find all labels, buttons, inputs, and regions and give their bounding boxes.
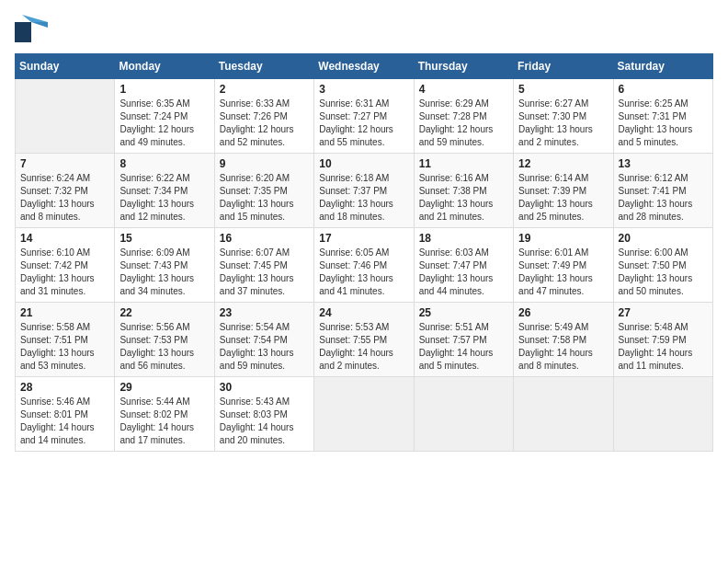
calendar-cell: 13 Sunrise: 6:12 AM Sunset: 7:41 PM Dayl… [613,154,712,228]
logo [15,15,51,42]
day-info: Sunrise: 5:54 AM Sunset: 7:54 PM Dayligh… [220,321,309,373]
calendar-cell: 5 Sunrise: 6:27 AM Sunset: 7:30 PM Dayli… [514,79,613,154]
calendar-cell: 9 Sunrise: 6:20 AM Sunset: 7:35 PM Dayli… [214,154,313,228]
calendar-cell: 12 Sunrise: 6:14 AM Sunset: 7:39 PM Dayl… [514,154,613,228]
day-number: 2 [220,83,309,96]
day-info: Sunrise: 6:18 AM Sunset: 7:37 PM Dayligh… [319,172,408,224]
calendar-cell: 4 Sunrise: 6:29 AM Sunset: 7:28 PM Dayli… [414,79,513,154]
day-info: Sunrise: 6:00 AM Sunset: 7:50 PM Dayligh… [619,247,708,298]
calendar-cell: 23 Sunrise: 5:54 AM Sunset: 7:54 PM Dayl… [214,303,313,377]
day-info: Sunrise: 6:22 AM Sunset: 7:34 PM Dayligh… [119,172,209,224]
calendar-week-row: 28 Sunrise: 5:46 AM Sunset: 8:01 PM Dayl… [16,377,713,452]
calendar-cell: 20 Sunrise: 6:00 AM Sunset: 7:50 PM Dayl… [613,228,712,303]
day-number: 12 [518,157,608,170]
calendar-cell: 15 Sunrise: 6:09 AM Sunset: 7:43 PM Dayl… [115,228,214,303]
day-info: Sunrise: 6:12 AM Sunset: 7:41 PM Dayligh… [619,172,708,224]
calendar-cell: 29 Sunrise: 5:44 AM Sunset: 8:02 PM Dayl… [115,377,214,452]
day-number: 1 [119,83,209,96]
calendar-cell: 28 Sunrise: 5:46 AM Sunset: 8:01 PM Dayl… [16,377,115,452]
page-header [15,15,713,42]
day-info: Sunrise: 5:49 AM Sunset: 7:58 PM Dayligh… [518,321,608,373]
day-number: 7 [20,157,109,170]
day-number: 20 [619,232,708,245]
calendar-cell: 25 Sunrise: 5:51 AM Sunset: 7:57 PM Dayl… [414,303,513,377]
calendar-cell [314,377,414,452]
calendar-cell: 24 Sunrise: 5:53 AM Sunset: 7:55 PM Dayl… [314,303,414,377]
weekday-header: Friday [514,54,613,79]
calendar-cell: 7 Sunrise: 6:24 AM Sunset: 7:32 PM Dayli… [16,154,115,228]
day-info: Sunrise: 5:51 AM Sunset: 7:57 PM Dayligh… [419,321,508,373]
day-info: Sunrise: 5:56 AM Sunset: 7:53 PM Dayligh… [119,321,209,373]
day-number: 29 [119,381,209,394]
calendar-cell [514,377,613,452]
day-number: 28 [20,381,109,394]
calendar-cell [414,377,513,452]
day-info: Sunrise: 5:58 AM Sunset: 7:51 PM Dayligh… [20,321,109,373]
day-info: Sunrise: 6:24 AM Sunset: 7:32 PM Dayligh… [20,172,109,224]
calendar-cell: 14 Sunrise: 6:10 AM Sunset: 7:42 PM Dayl… [16,228,115,303]
calendar-week-row: 14 Sunrise: 6:10 AM Sunset: 7:42 PM Dayl… [16,228,713,303]
weekday-header: Saturday [613,54,712,79]
day-number: 15 [119,232,209,245]
day-number: 26 [518,306,608,319]
day-number: 16 [220,232,309,245]
calendar-cell [613,377,712,452]
calendar-cell: 2 Sunrise: 6:33 AM Sunset: 7:26 PM Dayli… [214,79,313,154]
weekday-header: Thursday [414,54,513,79]
calendar-week-row: 21 Sunrise: 5:58 AM Sunset: 7:51 PM Dayl… [16,303,713,377]
weekday-header: Monday [115,54,214,79]
calendar-cell: 30 Sunrise: 5:43 AM Sunset: 8:03 PM Dayl… [214,377,313,452]
weekday-header: Sunday [16,54,115,79]
calendar-cell [16,79,115,154]
day-number: 19 [518,232,608,245]
day-number: 21 [20,306,109,319]
day-info: Sunrise: 6:09 AM Sunset: 7:43 PM Dayligh… [119,247,209,298]
day-info: Sunrise: 6:27 AM Sunset: 7:30 PM Dayligh… [518,98,608,149]
day-number: 18 [419,232,508,245]
svg-marker-1 [22,15,48,22]
day-info: Sunrise: 5:43 AM Sunset: 8:03 PM Dayligh… [220,396,309,447]
calendar-cell: 8 Sunrise: 6:22 AM Sunset: 7:34 PM Dayli… [115,154,214,228]
day-info: Sunrise: 6:10 AM Sunset: 7:42 PM Dayligh… [20,247,109,298]
day-number: 4 [419,83,508,96]
day-number: 14 [20,232,109,245]
day-number: 30 [220,381,309,394]
calendar-header: SundayMondayTuesdayWednesdayThursdayFrid… [16,54,713,79]
weekday-header: Wednesday [314,54,414,79]
day-info: Sunrise: 6:31 AM Sunset: 7:27 PM Dayligh… [319,98,408,149]
logo-icon [15,15,48,42]
day-info: Sunrise: 6:25 AM Sunset: 7:31 PM Dayligh… [619,98,708,149]
day-info: Sunrise: 6:07 AM Sunset: 7:45 PM Dayligh… [220,247,309,298]
calendar-cell: 27 Sunrise: 5:48 AM Sunset: 7:59 PM Dayl… [613,303,712,377]
day-info: Sunrise: 6:14 AM Sunset: 7:39 PM Dayligh… [518,172,608,224]
day-number: 10 [319,157,408,170]
day-number: 25 [419,306,508,319]
calendar-cell: 19 Sunrise: 6:01 AM Sunset: 7:49 PM Dayl… [514,228,613,303]
day-number: 27 [619,306,708,319]
day-info: Sunrise: 6:29 AM Sunset: 7:28 PM Dayligh… [419,98,508,149]
day-number: 13 [619,157,708,170]
day-info: Sunrise: 6:01 AM Sunset: 7:49 PM Dayligh… [518,247,608,298]
day-number: 9 [220,157,309,170]
calendar-cell: 26 Sunrise: 5:49 AM Sunset: 7:58 PM Dayl… [514,303,613,377]
day-info: Sunrise: 6:05 AM Sunset: 7:46 PM Dayligh… [319,247,408,298]
header-row: SundayMondayTuesdayWednesdayThursdayFrid… [16,54,713,79]
calendar-cell: 21 Sunrise: 5:58 AM Sunset: 7:51 PM Dayl… [16,303,115,377]
calendar-cell: 1 Sunrise: 6:35 AM Sunset: 7:24 PM Dayli… [115,79,214,154]
day-info: Sunrise: 6:20 AM Sunset: 7:35 PM Dayligh… [220,172,309,224]
calendar-cell: 18 Sunrise: 6:03 AM Sunset: 7:47 PM Dayl… [414,228,513,303]
day-number: 17 [319,232,408,245]
svg-marker-2 [31,22,48,28]
day-info: Sunrise: 5:46 AM Sunset: 8:01 PM Dayligh… [20,396,109,447]
day-number: 6 [619,83,708,96]
calendar-cell: 22 Sunrise: 5:56 AM Sunset: 7:53 PM Dayl… [115,303,214,377]
day-number: 8 [119,157,209,170]
day-number: 24 [319,306,408,319]
day-info: Sunrise: 5:44 AM Sunset: 8:02 PM Dayligh… [119,396,209,447]
calendar-cell: 6 Sunrise: 6:25 AM Sunset: 7:31 PM Dayli… [613,79,712,154]
calendar-cell: 3 Sunrise: 6:31 AM Sunset: 7:27 PM Dayli… [314,79,414,154]
weekday-header: Tuesday [214,54,313,79]
svg-rect-0 [15,22,31,42]
day-number: 22 [119,306,209,319]
day-info: Sunrise: 6:16 AM Sunset: 7:38 PM Dayligh… [419,172,508,224]
